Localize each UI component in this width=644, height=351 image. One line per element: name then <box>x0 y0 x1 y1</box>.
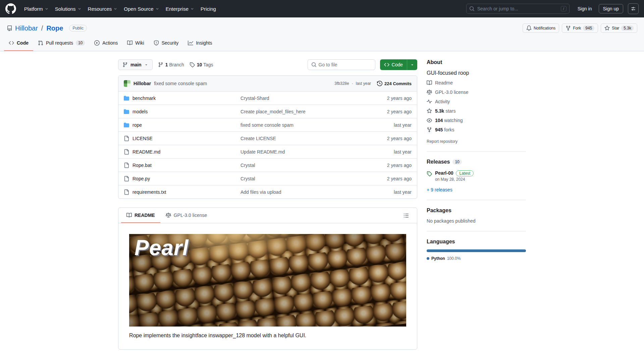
row-commit-message-link[interactable]: Update README.md <box>240 149 375 155</box>
commits-link[interactable]: 224 Commits <box>377 81 412 86</box>
outline-button[interactable] <box>401 210 412 221</box>
table-row[interactable]: README.md Update README.md last year <box>118 145 417 158</box>
sidebar: About GUI-focused roop Readme GPL-3.0 li… <box>427 59 526 350</box>
tag-icon <box>427 171 432 176</box>
star-button[interactable]: Star 5.3k <box>601 23 637 33</box>
go-to-file-box[interactable] <box>308 59 375 70</box>
release-item[interactable]: Pearl-00Latest on May 28, 2024 <box>427 170 526 182</box>
table-row[interactable]: Rope.py Crystal 2 years ago <box>118 172 417 185</box>
about-link-stars[interactable]: 5.3k stars <box>427 108 526 114</box>
sign-up-button[interactable]: Sign up <box>599 4 623 13</box>
row-commit-message-link[interactable]: Create place_model_files_here <box>240 109 375 114</box>
branch-selector-button[interactable]: main <box>118 59 153 70</box>
report-repository-link[interactable]: Report repository <box>427 139 526 144</box>
about-link-readme[interactable]: Readme <box>427 80 526 85</box>
go-to-file-input[interactable] <box>319 62 372 67</box>
tab-wiki[interactable]: Wiki <box>122 36 149 51</box>
row-commit-date: 2 years ago <box>375 136 412 141</box>
nav-label: Pricing <box>201 6 216 12</box>
tab-pull-requests[interactable]: Pull requests 10 <box>33 36 90 51</box>
table-row[interactable]: models Create place_model_files_here 2 y… <box>118 105 417 118</box>
commit-message-link[interactable]: fixed some console spam <box>154 81 207 86</box>
sign-in-link[interactable]: Sign in <box>574 4 595 13</box>
commit-dot: · <box>352 81 353 86</box>
release-name-link[interactable]: Pearl-00 <box>435 170 453 176</box>
notifications-button[interactable]: Notifications <box>523 23 559 33</box>
file-name-link[interactable]: Rope.bat <box>132 163 152 168</box>
fork-count: 945 <box>583 25 594 31</box>
search-icon <box>469 6 475 11</box>
about-link-forks[interactable]: 945 forks <box>427 127 526 132</box>
about-link-license[interactable]: GPL-3.0 license <box>427 90 526 95</box>
search-icon <box>311 62 317 67</box>
row-commit-message-link[interactable]: Create LICENSE <box>240 136 375 141</box>
nav-item-resources[interactable]: Resources <box>85 3 121 14</box>
site-header: Platform Solutions Resources Open Source… <box>0 0 644 17</box>
hero-title: Pearl <box>135 235 189 260</box>
file-name-link[interactable]: models <box>132 109 148 114</box>
language-item[interactable]: Python 100.0% <box>427 256 526 261</box>
commit-author-link[interactable]: Hillobar <box>133 81 151 86</box>
readme-tab-label: README <box>135 213 155 218</box>
table-row[interactable]: Rope.bat Crystal 2 years ago <box>118 158 417 172</box>
nav-item-solutions[interactable]: Solutions <box>52 3 85 14</box>
code-button[interactable]: Code <box>380 59 417 70</box>
branch-word: Branch <box>169 62 184 67</box>
tab-readme[interactable]: README <box>121 208 160 223</box>
file-name-link[interactable]: requirements.txt <box>132 189 166 195</box>
folder-icon <box>124 122 129 128</box>
commit-sha-link[interactable]: 3fb328e <box>334 81 349 86</box>
file-name-link[interactable]: README.md <box>132 149 160 155</box>
file-name-link[interactable]: Rope.py <box>132 176 150 181</box>
language-percent: 100.0% <box>447 256 461 261</box>
star-icon <box>427 108 432 114</box>
tab-security[interactable]: Security <box>149 36 183 51</box>
table-row[interactable]: LICENSE Create LICENSE 2 years ago <box>118 131 417 145</box>
packages-title: Packages <box>427 208 526 214</box>
about-title: About <box>427 59 526 65</box>
readme-tabs: README GPL-3.0 license <box>118 208 417 223</box>
about-section: About GUI-focused roop Readme GPL-3.0 li… <box>427 59 526 151</box>
law-icon <box>427 90 432 95</box>
table-row[interactable]: benchmark Crystal-Shard 2 years ago <box>118 91 417 105</box>
row-commit-message-link[interactable]: Add files via upload <box>240 189 375 195</box>
tab-insights[interactable]: Insights <box>183 36 217 51</box>
fork-icon <box>566 25 571 31</box>
file-name-link[interactable]: benchmark <box>132 96 156 101</box>
file-name-link[interactable]: rope <box>132 122 142 128</box>
github-logo-icon[interactable] <box>5 3 16 14</box>
tags-link[interactable]: 10 Tags <box>190 62 213 67</box>
about-link-watching[interactable]: 104 watching <box>427 118 526 123</box>
branches-link[interactable]: 1 Branch <box>158 62 184 67</box>
tab-label: Security <box>162 40 179 46</box>
table-row[interactable]: requirements.txt Add files via upload la… <box>118 185 417 198</box>
table-row[interactable]: rope fixed some console spam last year <box>118 118 417 131</box>
list-icon <box>404 213 409 218</box>
row-commit-message-link[interactable]: Crystal-Shard <box>240 96 375 101</box>
code-dropdown[interactable] <box>407 59 417 70</box>
search-input[interactable] <box>477 6 558 11</box>
tab-actions[interactable]: Actions <box>90 36 122 51</box>
tab-code[interactable]: Code <box>4 36 33 51</box>
avatar[interactable] <box>124 80 130 87</box>
global-search[interactable]: / <box>466 4 570 14</box>
file-name-link[interactable]: LICENSE <box>132 136 153 141</box>
repo-name-link[interactable]: Rope <box>46 24 63 32</box>
nav-item-enterprise[interactable]: Enterprise <box>162 3 197 14</box>
nav-item-open-source[interactable]: Open Source <box>120 3 162 14</box>
repo-tabs: Code Pull requests 10 Actions Wiki Secur… <box>0 36 644 51</box>
more-releases-link[interactable]: + 9 releases <box>427 187 526 192</box>
branch-name: main <box>130 62 142 67</box>
play-icon <box>94 40 100 46</box>
row-commit-message-link[interactable]: Crystal <box>240 163 375 168</box>
row-commit-message-link[interactable]: Crystal <box>240 176 375 181</box>
appearance-settings-button[interactable] <box>628 3 639 14</box>
nav-item-pricing[interactable]: Pricing <box>197 3 219 14</box>
tab-license[interactable]: GPL-3.0 license <box>160 208 213 223</box>
releases-section: Releases10 Pearl-00Latest on May 28, 202… <box>427 151 526 200</box>
nav-item-platform[interactable]: Platform <box>21 3 52 14</box>
repo-owner-link[interactable]: Hillobar <box>15 24 38 32</box>
row-commit-message-link[interactable]: fixed some console spam <box>240 122 375 128</box>
about-link-activity[interactable]: Activity <box>427 99 526 104</box>
fork-button[interactable]: Fork 945 <box>562 23 598 33</box>
